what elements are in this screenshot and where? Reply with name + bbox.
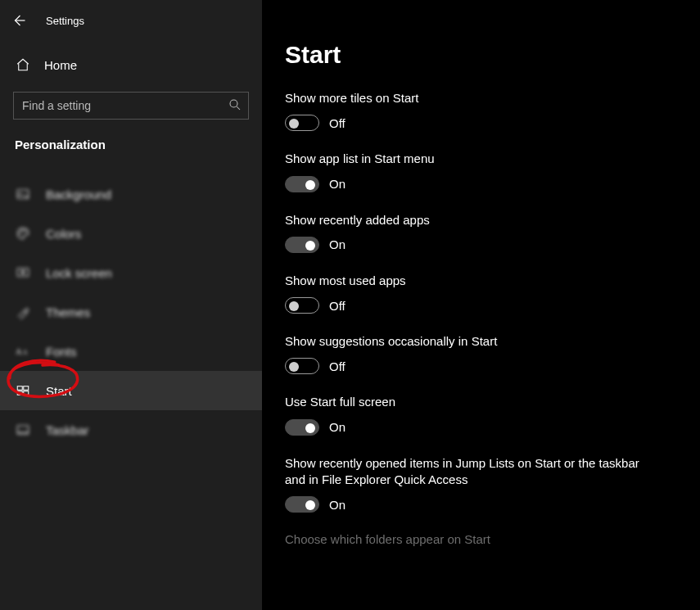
toggle-switch[interactable] bbox=[285, 358, 319, 374]
setting-label: Show recently added apps bbox=[285, 212, 662, 228]
toggle-row: Off bbox=[285, 115, 667, 131]
toggle-state-label: Off bbox=[329, 359, 345, 373]
toggle-switch[interactable] bbox=[285, 297, 319, 314]
setting-row: Show app list in Start menuOn bbox=[285, 151, 667, 192]
nav-item-colors[interactable]: Colors bbox=[0, 214, 262, 253]
nav-item-start[interactable]: Start bbox=[0, 371, 262, 410]
start-icon bbox=[15, 383, 31, 398]
toggle-state-label: Off bbox=[329, 299, 345, 313]
toggle-state-label: Off bbox=[329, 116, 345, 130]
nav-item-taskbar[interactable]: Taskbar bbox=[0, 410, 262, 450]
page-title: Start bbox=[285, 41, 667, 69]
nav-label: Background bbox=[46, 188, 111, 201]
toggle-state-label: On bbox=[329, 177, 345, 191]
titlebar: Settings bbox=[0, 0, 262, 41]
nav-label: Taskbar bbox=[46, 423, 89, 437]
themes-icon bbox=[15, 305, 31, 319]
nav-item-fonts[interactable]: A A Fonts bbox=[0, 332, 262, 371]
svg-point-3 bbox=[21, 230, 23, 232]
sidebar: Settings Home Personalization bbox=[0, 0, 262, 610]
toggle-switch[interactable] bbox=[285, 496, 319, 513]
toggle-row: On bbox=[285, 176, 667, 192]
setting-label: Show more tiles on Start bbox=[285, 90, 662, 106]
svg-text:A: A bbox=[16, 347, 22, 356]
nav-label: Lock screen bbox=[46, 266, 112, 280]
toggle-row: Off bbox=[285, 358, 667, 374]
toggle-switch[interactable] bbox=[285, 115, 319, 131]
settings-list: Show more tiles on StartOffShow app list… bbox=[285, 90, 667, 513]
setting-label: Use Start full screen bbox=[285, 394, 662, 410]
svg-point-2 bbox=[20, 233, 21, 234]
nav-label: Start bbox=[46, 384, 72, 398]
nav-item-themes[interactable]: Themes bbox=[0, 292, 262, 332]
toggle-row: On bbox=[285, 237, 667, 253]
toggle-switch[interactable] bbox=[285, 419, 319, 436]
search-field[interactable] bbox=[13, 92, 249, 120]
setting-row: Show recently added appsOn bbox=[285, 212, 667, 253]
toggle-switch[interactable] bbox=[285, 176, 319, 192]
setting-label: Show suggestions occasionally in Start bbox=[285, 333, 662, 350]
svg-rect-11 bbox=[17, 391, 22, 395]
nav-label: Colors bbox=[46, 227, 81, 241]
svg-text:A: A bbox=[23, 349, 28, 356]
taskbar-icon bbox=[15, 422, 31, 437]
svg-rect-13 bbox=[17, 426, 29, 435]
toggle-switch[interactable] bbox=[285, 237, 319, 253]
home-nav[interactable]: Home bbox=[0, 47, 262, 82]
toggle-state-label: On bbox=[329, 498, 345, 512]
svg-rect-6 bbox=[22, 272, 25, 273]
lockscreen-icon bbox=[15, 265, 31, 280]
setting-label: Show most used apps bbox=[285, 273, 662, 289]
colors-icon bbox=[15, 226, 31, 241]
toggle-row: On bbox=[285, 496, 667, 513]
background-icon bbox=[15, 187, 31, 201]
app-title: Settings bbox=[46, 15, 84, 27]
toggle-state-label: On bbox=[329, 420, 345, 434]
search-input[interactable] bbox=[13, 92, 249, 120]
nav-list: Background Colors Lock sc bbox=[0, 174, 262, 450]
svg-rect-9 bbox=[17, 386, 22, 391]
svg-point-0 bbox=[230, 100, 237, 107]
setting-row: Show recently opened items in Jump Lists… bbox=[285, 455, 667, 513]
nav-item-lockscreen[interactable]: Lock screen bbox=[0, 253, 262, 292]
back-icon[interactable] bbox=[11, 13, 26, 28]
home-icon bbox=[15, 57, 31, 72]
main-content: Start Show more tiles on StartOffShow ap… bbox=[262, 0, 700, 610]
toggle-row: Off bbox=[285, 297, 667, 314]
svg-point-4 bbox=[25, 230, 26, 232]
svg-rect-12 bbox=[24, 391, 29, 395]
setting-row: Show most used appsOff bbox=[285, 273, 667, 314]
svg-rect-10 bbox=[24, 386, 29, 391]
section-title: Personalization bbox=[15, 138, 262, 151]
toggle-row: On bbox=[285, 419, 667, 436]
setting-row: Show suggestions occasionally in StartOf… bbox=[285, 333, 667, 374]
folders-link[interactable]: Choose which folders appear on Start bbox=[285, 532, 667, 546]
setting-label: Show app list in Start menu bbox=[285, 151, 662, 167]
setting-row: Show more tiles on StartOff bbox=[285, 90, 667, 131]
toggle-state-label: On bbox=[329, 237, 345, 251]
fonts-icon: A A bbox=[15, 346, 31, 357]
nav-item-background[interactable]: Background bbox=[0, 174, 262, 214]
nav-label: Themes bbox=[46, 305, 90, 319]
home-label: Home bbox=[44, 58, 77, 72]
setting-row: Use Start full screenOn bbox=[285, 394, 667, 435]
search-icon bbox=[228, 97, 242, 115]
setting-label: Show recently opened items in Jump Lists… bbox=[285, 455, 662, 489]
nav-label: Fonts bbox=[46, 345, 77, 359]
